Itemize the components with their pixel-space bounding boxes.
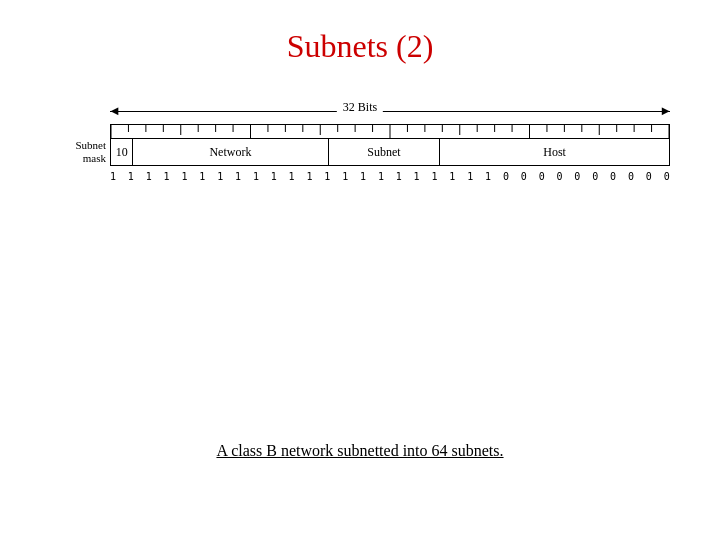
field-subnet: Subnet xyxy=(329,139,441,165)
bit-value: 1 xyxy=(199,171,205,182)
bit-value: 1 xyxy=(324,171,330,182)
bit-value: 0 xyxy=(503,171,509,182)
bits-values-row: 11111111111111111111110000000000 xyxy=(110,166,670,186)
bit-value: 1 xyxy=(164,171,170,182)
field-10: 10 xyxy=(111,139,133,165)
bit-value: 0 xyxy=(664,171,670,182)
page-title: Subnets (2) xyxy=(0,0,720,65)
arrow-right-icon: ► xyxy=(659,103,672,119)
bit-value: 0 xyxy=(556,171,562,182)
bit-value: 1 xyxy=(181,171,187,182)
field-network: Network xyxy=(133,139,328,165)
bit-value: 1 xyxy=(306,171,312,182)
bit-value: 1 xyxy=(128,171,134,182)
bit-value: 0 xyxy=(592,171,598,182)
bit-value: 1 xyxy=(396,171,402,182)
bit-value: 1 xyxy=(342,171,348,182)
bit-value: 1 xyxy=(289,171,295,182)
bit-value: 1 xyxy=(449,171,455,182)
bits-line xyxy=(110,111,670,112)
bit-value: 0 xyxy=(574,171,580,182)
field-host: Host xyxy=(440,139,669,165)
bit-value: 0 xyxy=(521,171,527,182)
arrow-left-icon: ◄ xyxy=(108,103,121,119)
bits-row: ◄ ► 32 Bits xyxy=(50,100,670,122)
bit-value: 0 xyxy=(628,171,634,182)
bit-value: 1 xyxy=(485,171,491,182)
bits-display: 11111111111111111111110000000000 xyxy=(110,171,670,182)
bit-value: 1 xyxy=(110,171,116,182)
tick-marks xyxy=(111,125,669,139)
bit-value: 1 xyxy=(271,171,277,182)
bit-value: 1 xyxy=(235,171,241,182)
bit-value: 0 xyxy=(610,171,616,182)
bit-value: 1 xyxy=(414,171,420,182)
bit-value: 1 xyxy=(378,171,384,182)
bit-value: 0 xyxy=(539,171,545,182)
subnet-mask-label: Subnetmask xyxy=(51,139,106,165)
caption: A class B network subnetted into 64 subn… xyxy=(0,442,720,460)
bit-value: 1 xyxy=(431,171,437,182)
diagram: ◄ ► 32 Bits Subnetmask 10 Network Subnet… xyxy=(50,100,670,186)
bit-value: 0 xyxy=(646,171,652,182)
bits-label: 32 Bits xyxy=(337,100,383,115)
bit-value: 1 xyxy=(253,171,259,182)
bit-value: 1 xyxy=(360,171,366,182)
bit-value: 1 xyxy=(467,171,473,182)
ticks-container xyxy=(110,124,670,138)
bit-value: 1 xyxy=(217,171,223,182)
fields-row: Subnetmask 10 Network Subnet Host xyxy=(110,138,670,166)
bit-value: 1 xyxy=(146,171,152,182)
